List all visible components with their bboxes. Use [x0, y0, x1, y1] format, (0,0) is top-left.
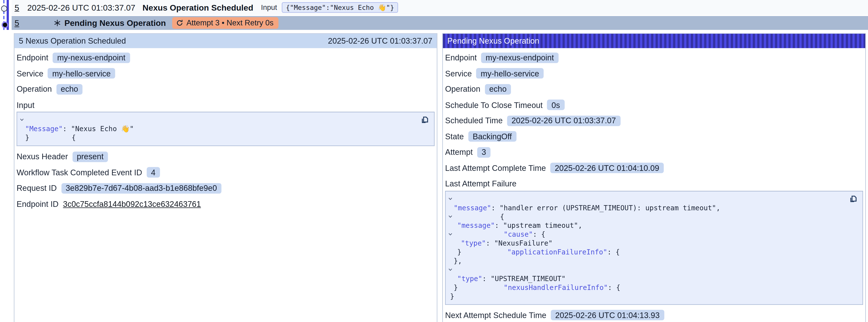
json-line: }, — [445, 256, 863, 265]
event-row-pending-selected[interactable]: 5 Pending Nexus Operation Attempt 3 • Ne… — [11, 16, 868, 30]
collapse-chevron-icon[interactable] — [448, 267, 453, 272]
field-value-badge: echo — [485, 84, 511, 94]
field-label: Attempt — [445, 148, 473, 157]
event-detail-panels: 5 Nexus Operation Scheduled 2025-02-26 U… — [14, 33, 866, 322]
json-line: "message": "handler error (UPSTREAM_TIME… — [445, 203, 863, 212]
field-label: Last Attempt Complete Time — [445, 163, 546, 172]
event-id-link[interactable]: 5 — [14, 18, 22, 27]
scheduled-panel-timestamp: 2025-02-26 UTC 01:03:37.07 — [328, 36, 432, 45]
field-label: Schedule To Close Timeout — [445, 100, 542, 109]
json-line: { — [445, 195, 863, 203]
field-label: Scheduled Time — [445, 116, 503, 125]
scheduled-panel-body: Endpoint my-nexus-endpoint Service my-he… — [14, 48, 437, 322]
field-value-badge: 2025-02-26 UTC 01:04:10.09 — [551, 163, 664, 173]
field-label: Operation — [17, 85, 52, 93]
field-attempt: Attempt 3 — [444, 147, 864, 157]
field-service: Service my-hello-service — [444, 68, 864, 78]
json-line: "message": "upstream timeout", — [445, 221, 863, 230]
collapse-chevron-icon[interactable] — [448, 196, 453, 201]
field-operation: Operation echo — [444, 84, 864, 94]
field-operation: Operation echo — [16, 84, 435, 94]
json-line: } — [445, 283, 863, 292]
field-label: Service — [17, 69, 43, 78]
field-label: State — [445, 132, 464, 141]
field-value-badge: 0s — [547, 100, 564, 110]
pending-panel-title: Pending Nexus Operation — [447, 36, 539, 45]
input-json-viewer: { "Message": "Nexus Echo 👋" } — [17, 112, 434, 146]
field-value-badge: 2025-02-26 UTC 01:04:13.93 — [551, 310, 664, 320]
field-label: Endpoint ID — [17, 199, 59, 208]
failure-json-viewer: { "message": "handler error (UPSTREAM_TI… — [445, 191, 863, 304]
field-value-badge: 3 — [477, 147, 491, 158]
timeline-gutter — [0, 0, 11, 30]
scheduled-panel-title: 5 Nexus Operation Scheduled — [19, 36, 126, 45]
field-label: Endpoint — [445, 53, 477, 62]
field-value-badge: my-nexus-endpoint — [53, 52, 130, 63]
timeline-node-selected-icon[interactable] — [2, 22, 8, 28]
field-nexus-header: Nexus Header present — [16, 152, 435, 161]
copy-icon[interactable] — [849, 194, 858, 203]
field-scheduled-time: Scheduled Time 2025-02-26 UTC 01:03:37.0… — [444, 116, 864, 126]
field-endpoint: Endpoint my-nexus-endpoint — [16, 53, 435, 62]
json-line: "type": "NexusFailure" — [445, 239, 863, 248]
field-workflow-task-completed-event-id: Workflow Task Completed Event ID 4 — [16, 167, 435, 177]
json-line: "type": "UPSTREAM_TIMEOUT" — [445, 274, 863, 283]
field-label: Operation — [445, 85, 480, 93]
field-label: Nexus Header — [17, 152, 68, 161]
event-id-link[interactable]: 5 — [14, 3, 22, 12]
scheduled-panel-header: 5 Nexus Operation Scheduled 2025-02-26 U… — [14, 34, 437, 48]
event-title: Nexus Operation Scheduled — [143, 3, 253, 12]
event-input-label: Input — [261, 3, 277, 11]
field-value-badge: my-hello-service — [476, 68, 544, 79]
field-label: Service — [445, 69, 472, 78]
event-rows: 5 2025-02-26 UTC 01:03:37.07 Nexus Opera… — [11, 0, 868, 30]
field-value-badge: my-hello-service — [48, 68, 115, 79]
pending-panel-header: Pending Nexus Operation — [443, 34, 865, 48]
field-value-badge: my-nexus-endpoint — [481, 52, 558, 63]
json-line: } — [445, 248, 863, 256]
field-value-badge: echo — [56, 84, 83, 94]
retry-status-badge: Attempt 3 • Next Retry 0s — [172, 17, 279, 28]
field-value-badge: present — [72, 151, 108, 162]
event-history-view: 5 2025-02-26 UTC 01:03:37.07 Nexus Opera… — [0, 0, 868, 322]
pending-event-title: Pending Nexus Operation — [64, 18, 166, 27]
pending-panel-body: Endpoint my-nexus-endpoint Service my-he… — [443, 48, 865, 322]
scheduled-event-panel: 5 Nexus Operation Scheduled 2025-02-26 U… — [14, 33, 437, 322]
field-label: Endpoint — [17, 53, 48, 62]
input-section-label: Input — [16, 100, 435, 110]
json-line: "Message": "Nexus Echo 👋" — [17, 125, 434, 133]
json-line: "cause": { — [445, 212, 863, 221]
field-label: Next Attempt Schedule Time — [445, 311, 546, 320]
json-line: { — [17, 116, 434, 125]
field-value-badge: BackingOff — [468, 131, 516, 142]
json-line: } — [17, 133, 434, 142]
json-line: "applicationFailureInfo": { — [445, 230, 863, 239]
pending-operation-panel: Pending Nexus Operation Endpoint my-nexu… — [442, 33, 866, 322]
copy-icon[interactable] — [420, 115, 430, 125]
field-value-badge: 3e829b7e-7d67-4b08-aad3-b1e868bfe9e0 — [61, 183, 221, 194]
event-input-preview-badge[interactable]: {"Message":"Nexus Echo 👋"} — [282, 2, 398, 13]
field-last-attempt-complete-time: Last Attempt Complete Time 2025-02-26 UT… — [444, 163, 864, 173]
collapse-chevron-icon[interactable] — [448, 231, 453, 236]
field-label: Request ID — [17, 184, 57, 193]
json-line: "nexusHandlerFailureInfo": { — [445, 265, 863, 274]
field-value-badge: 2025-02-26 UTC 01:03:37.07 — [507, 116, 620, 126]
collapse-chevron-icon[interactable] — [20, 117, 24, 122]
field-schedule-to-close-timeout: Schedule To Close Timeout 0s — [444, 100, 864, 110]
field-endpoint: Endpoint my-nexus-endpoint — [444, 53, 864, 62]
failure-section-label: Last Attempt Failure — [444, 179, 864, 189]
field-service: Service my-hello-service — [16, 68, 435, 78]
field-value-badge: 4 — [147, 167, 160, 178]
collapse-chevron-icon[interactable] — [448, 214, 453, 219]
endpoint-id-link[interactable]: 3c0c75ccfa8144b092c13ce632463761 — [63, 199, 201, 208]
field-next-attempt-schedule-time: Next Attempt Schedule Time 2025-02-26 UT… — [444, 310, 864, 320]
field-endpoint-id: Endpoint ID 3c0c75ccfa8144b092c13ce63246… — [16, 199, 435, 209]
field-request-id: Request ID 3e829b7e-7d67-4b08-aad3-b1e86… — [16, 183, 435, 193]
json-line: } — [445, 292, 863, 301]
field-state: State BackingOff — [444, 131, 864, 141]
event-timestamp: 2025-02-26 UTC 01:03:37.07 — [27, 3, 135, 12]
retry-icon — [176, 19, 183, 26]
field-label: Workflow Task Completed Event ID — [17, 168, 142, 177]
retry-badge-text: Attempt 3 • Next Retry 0s — [186, 18, 273, 27]
event-row-scheduled[interactable]: 5 2025-02-26 UTC 01:03:37.07 Nexus Opera… — [11, 0, 868, 15]
